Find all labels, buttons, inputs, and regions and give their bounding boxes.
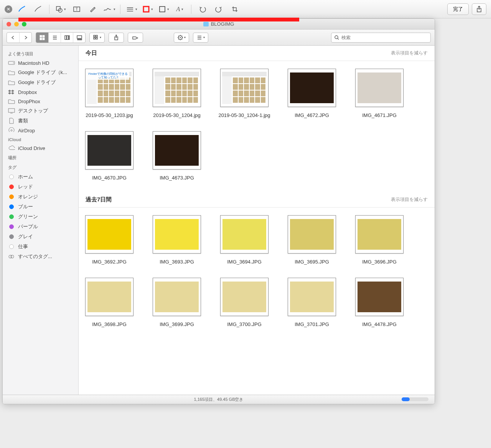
icon-view-button[interactable]	[36, 33, 48, 43]
sidebar-item[interactable]: Google ドライブ（k...	[3, 68, 78, 77]
sign-button[interactable]	[102, 3, 115, 15]
crop-button[interactable]	[228, 3, 241, 15]
file-item[interactable]: 2019-05-30_1204-1.jpg	[217, 69, 271, 118]
sidebar-item[interactable]: 書類	[3, 116, 78, 126]
file-item[interactable]: IMG_3693.JPG	[150, 215, 204, 265]
file-item[interactable]: IMG_4672.JPG	[285, 69, 339, 118]
done-button[interactable]: 完了	[447, 3, 469, 15]
file-thumbnail[interactable]	[153, 278, 201, 316]
tags-button[interactable]	[128, 33, 143, 43]
share-finder-button[interactable]	[109, 33, 124, 43]
svg-rect-22	[79, 39, 80, 40]
section-header: 今日表示項目を減らす	[79, 46, 435, 61]
file-item[interactable]: IMG_3692.JPG	[82, 215, 136, 265]
column-view-button[interactable]	[61, 33, 73, 43]
file-thumbnail[interactable]	[85, 215, 133, 254]
sidebar-item[interactable]: デスクトップ	[3, 106, 78, 116]
sidebar-item[interactable]: DropPhox	[3, 97, 78, 106]
sidebar-item-label: DropPhox	[18, 99, 40, 104]
sidebar-item[interactable]: オレンジ	[3, 192, 78, 202]
file-thumbnail[interactable]	[85, 131, 133, 170]
sidebar-item-label: ホーム	[18, 173, 33, 180]
file-thumbnail[interactable]	[288, 215, 336, 254]
file-item[interactable]: IMG_3699.JPG	[150, 278, 204, 327]
file-item[interactable]: IMG_3700.JPG	[217, 278, 271, 327]
file-thumbnail[interactable]	[355, 69, 404, 107]
arrange-button[interactable]	[89, 33, 105, 43]
file-thumbnail[interactable]	[153, 69, 201, 107]
file-name: 2019-05-30_1204.jpg	[153, 112, 201, 118]
sidebar-item[interactable]: ブルー	[3, 202, 78, 212]
highlight-tool-button[interactable]	[31, 3, 44, 15]
file-thumbnail[interactable]: Finderで画像の回転ができるって知ってた?	[85, 69, 133, 107]
fill-button[interactable]	[86, 3, 99, 15]
file-thumbnail[interactable]	[355, 215, 404, 254]
file-item[interactable]: IMG_3701.JPG	[285, 278, 339, 327]
action-button[interactable]	[174, 33, 189, 43]
file-thumbnail[interactable]	[153, 215, 201, 254]
sidebar-item[interactable]: AirDrop	[3, 126, 78, 135]
sidebar-item[interactable]: すべてのタグ...	[3, 252, 78, 262]
search-input[interactable]	[341, 35, 427, 40]
sidebar-item[interactable]: ホーム	[3, 172, 78, 182]
file-item[interactable]: IMG_3694.JPG	[217, 215, 271, 265]
group-button[interactable]	[193, 33, 208, 43]
file-item[interactable]: IMG_3695.JPG	[285, 215, 339, 265]
sidebar-item[interactable]: 仕事	[3, 242, 78, 252]
svg-text:T: T	[76, 7, 78, 12]
file-item[interactable]: IMG_4670.JPG	[82, 131, 136, 181]
sidebar-item[interactable]: パープル	[3, 222, 78, 232]
sidebar-item[interactable]: グレイ	[3, 232, 78, 242]
svg-rect-18	[67, 36, 68, 40]
sidebar-item-label: Google ドライブ	[18, 79, 56, 86]
file-item[interactable]: Finderで画像の回転ができるって知ってた? 2019-05-30_1203.…	[82, 69, 136, 118]
line-weight-button[interactable]	[125, 3, 138, 15]
file-thumbnail[interactable]	[153, 131, 201, 170]
file-item[interactable]: IMG_4673.JPG	[150, 131, 204, 181]
back-button[interactable]	[7, 33, 19, 43]
file-thumbnail[interactable]	[220, 69, 269, 107]
sidebar-item[interactable]: iCloud Drive	[3, 143, 78, 153]
show-less-button[interactable]: 表示項目を減らす	[391, 196, 428, 203]
file-thumbnail[interactable]	[355, 278, 404, 316]
file-thumbnail[interactable]	[288, 69, 336, 107]
rotate-left-button[interactable]	[196, 3, 209, 15]
svg-point-37	[13, 63, 14, 63]
zoom-slider[interactable]	[402, 397, 428, 401]
fill-color-button[interactable]	[157, 3, 170, 15]
shapes-button[interactable]	[54, 3, 67, 15]
show-less-button[interactable]: 表示項目を減らす	[391, 50, 428, 56]
search-field[interactable]	[331, 33, 431, 43]
forward-button[interactable]	[19, 33, 31, 43]
sidebar-item[interactable]: レッド	[3, 182, 78, 192]
content-area[interactable]: 今日表示項目を減らす Finderで画像の回転ができるって知ってた? 2019-…	[79, 46, 435, 395]
close-icon[interactable]: ✕	[5, 5, 12, 13]
svg-rect-7	[143, 7, 149, 12]
file-name: IMG_3692.JPG	[92, 259, 127, 265]
rotate-right-button[interactable]	[212, 3, 225, 15]
draw-tool-button[interactable]	[15, 3, 28, 15]
svg-rect-13	[43, 38, 44, 40]
file-thumbnail[interactable]	[288, 278, 336, 316]
sidebar-item[interactable]: グリーン	[3, 212, 78, 222]
file-thumbnail[interactable]	[220, 278, 269, 316]
stroke-color-button[interactable]	[141, 3, 154, 15]
font-button[interactable]: A	[173, 3, 186, 15]
file-item[interactable]: IMG_4478.JPG	[353, 278, 406, 327]
file-item[interactable]: 2019-05-30_1204.jpg	[150, 69, 204, 118]
gallery-view-button[interactable]	[73, 33, 85, 43]
file-thumbnail[interactable]	[220, 215, 269, 254]
sidebar-item-label: Google ドライブ（k...	[18, 69, 67, 76]
file-item[interactable]: IMG_3696.JPG	[353, 215, 406, 265]
sidebar-item[interactable]: Google ドライブ	[3, 77, 78, 87]
share-button[interactable]	[472, 3, 486, 15]
file-item[interactable]: IMG_3698.JPG	[82, 278, 136, 327]
file-name: IMG_3695.JPG	[295, 259, 329, 265]
sidebar-item[interactable]: Dropbox	[3, 87, 78, 97]
list-view-button[interactable]	[48, 33, 61, 43]
tag-icon	[8, 204, 15, 210]
file-thumbnail[interactable]	[85, 278, 133, 316]
sidebar-item[interactable]: Macintosh HD	[3, 58, 78, 68]
text-button[interactable]: T	[70, 3, 83, 15]
file-item[interactable]: IMG_4671.JPG	[353, 69, 406, 118]
